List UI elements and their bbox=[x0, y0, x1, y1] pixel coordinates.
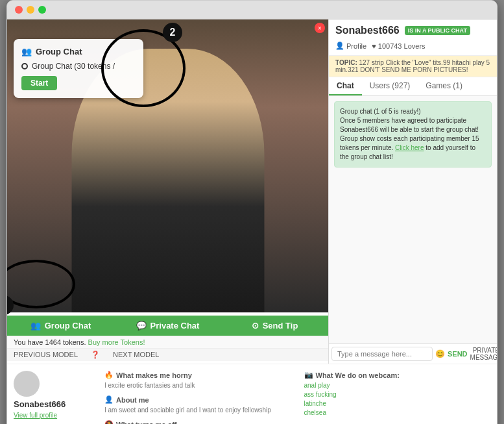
profile-link[interactable]: 👤 Profile bbox=[335, 42, 366, 50]
info-line3: Group show costs each participating memb… bbox=[340, 134, 486, 162]
browser-window: × 👥 Group Chat Group Chat (30 tokens / S… bbox=[6, 0, 498, 424]
private-chat-button[interactable]: 💬 Private Chat bbox=[114, 316, 221, 336]
about-text: I am sweet and sociable girl and I want … bbox=[104, 406, 291, 415]
heart-icon: ♥ bbox=[372, 42, 376, 50]
topic-label: TOPIC: bbox=[335, 59, 357, 66]
webcam-label: What We do on webcam: bbox=[316, 371, 400, 379]
badge-2: 2 bbox=[163, 23, 182, 42]
maximize-dot[interactable] bbox=[38, 6, 46, 14]
close-button[interactable]: × bbox=[315, 23, 325, 33]
prev-next-bar: PREVIOUS MODEL ❓ NEXT MODEL bbox=[7, 348, 328, 361]
private-message-button[interactable]: PRIVATE MESSAGE bbox=[470, 347, 498, 361]
webcam-title: 📷 What We do on webcam: bbox=[304, 371, 491, 379]
close-dot[interactable] bbox=[15, 6, 23, 14]
info-section: 🔥 What makes me horny I excite erotic fa… bbox=[104, 371, 490, 424]
group-chat-icon: 👥 bbox=[30, 321, 41, 330]
streamer-name: Sonabest666 bbox=[335, 25, 400, 36]
profile-name: Sonabest666 bbox=[14, 399, 91, 409]
webcam-icon: 📷 bbox=[304, 371, 313, 379]
topic-bar: TOPIC: 127 strip Click the "Love" tits.9… bbox=[329, 56, 497, 77]
tab-games[interactable]: Games (1) bbox=[418, 77, 470, 95]
prev-model[interactable]: PREVIOUS MODEL bbox=[14, 351, 78, 359]
video-section: × 👥 Group Chat Group Chat (30 tokens / S… bbox=[7, 19, 328, 364]
profile-label: Profile bbox=[346, 42, 366, 50]
webcam-item-1[interactable]: ass fucking bbox=[304, 390, 491, 399]
tokens-bar: You have 1464 tokens. Buy more Tokens! bbox=[7, 336, 328, 348]
profile-section: Sonabest666 View full profile Status nee… bbox=[14, 371, 91, 424]
chat-tabs: Chat Users (927) Games (1) bbox=[329, 77, 497, 96]
about-label: About me bbox=[116, 396, 149, 404]
lovers-count: ♥ 100743 Lovers bbox=[372, 42, 425, 50]
fire-icon: 🔥 bbox=[104, 371, 114, 379]
horny-col: 🔥 What makes me horny I excite erotic fa… bbox=[104, 371, 291, 424]
chat-sidebar: Sonabest666 IS IN A PUBLIC CHAT 👤 Profil… bbox=[328, 19, 497, 364]
turnoff-title: 🔕 What turns me off bbox=[104, 420, 291, 424]
view-profile-link[interactable]: View full profile bbox=[14, 412, 91, 419]
titlebar bbox=[7, 1, 497, 19]
topic-text: 127 strip Click the "Love" tits.99 hitac… bbox=[335, 59, 490, 73]
click-here-link[interactable]: Click here bbox=[395, 144, 424, 151]
profile-icon: 👤 bbox=[335, 42, 344, 50]
group-chat-button[interactable]: 👥 Group Chat bbox=[7, 316, 114, 336]
radio-dot bbox=[21, 63, 28, 69]
webcam-item-2[interactable]: latinche bbox=[304, 399, 491, 408]
send-tip-button[interactable]: ⊙ Send Tip bbox=[221, 316, 328, 336]
webcam-items: anal play ass fucking latinche chelsea bbox=[304, 381, 491, 418]
webcam-col: 📷 What We do on webcam: anal play ass fu… bbox=[304, 371, 491, 424]
horny-title: 🔥 What makes me horny bbox=[104, 371, 291, 379]
video-controls: 👥 Group Chat 💬 Private Chat ⊙ Send Tip bbox=[7, 312, 328, 364]
browser-content: × 👥 Group Chat Group Chat (30 tokens / S… bbox=[7, 19, 497, 424]
start-button[interactable]: Start bbox=[21, 76, 57, 90]
live-badge: IS IN A PUBLIC CHAT bbox=[405, 26, 470, 35]
tokens-text: You have 1464 tokens. bbox=[14, 338, 86, 346]
webcam-item-3[interactable]: chelsea bbox=[304, 408, 491, 418]
panel-title: Group Chat bbox=[36, 47, 82, 56]
turnoff-label: What turns me off bbox=[116, 421, 177, 425]
info-line2: Once 5 members have agreed to participat… bbox=[340, 116, 486, 134]
private-chat-label: Private Chat bbox=[150, 321, 200, 330]
group-chat-label: Group Chat bbox=[45, 321, 91, 330]
info-line1: Group chat (1 of 5 is ready!) bbox=[340, 107, 486, 116]
group-chat-info: Group chat (1 of 5 is ready!) Once 5 mem… bbox=[334, 101, 492, 168]
emoji-icon[interactable]: 😊 bbox=[435, 349, 445, 358]
help-icon: ❓ bbox=[91, 351, 100, 359]
streamer-header: Sonabest666 IS IN A PUBLIC CHAT 👤 Profil… bbox=[329, 19, 497, 56]
tab-users[interactable]: Users (927) bbox=[362, 77, 418, 95]
about-title: 👤 About me bbox=[104, 395, 291, 404]
chat-messages: Group chat (1 of 5 is ready!) Once 5 mem… bbox=[329, 96, 497, 343]
minimize-dot[interactable] bbox=[27, 6, 34, 14]
group-icon: 👥 bbox=[21, 47, 32, 56]
profile-avatar bbox=[14, 371, 40, 397]
webcam-item-0[interactable]: anal play bbox=[304, 381, 491, 390]
chat-input[interactable] bbox=[331, 347, 433, 361]
horny-label: What makes me horny bbox=[116, 371, 192, 379]
send-tip-label: Send Tip bbox=[263, 321, 298, 330]
tab-chat[interactable]: Chat bbox=[329, 77, 362, 95]
person-icon: 👤 bbox=[104, 395, 114, 404]
private-chat-icon: 💬 bbox=[136, 321, 147, 330]
main-layout: × 👥 Group Chat Group Chat (30 tokens / S… bbox=[7, 19, 497, 364]
chat-input-bar: 😊 SEND PRIVATE MESSAGE bbox=[329, 343, 497, 364]
send-tip-icon: ⊙ bbox=[252, 321, 259, 330]
send-button[interactable]: SEND bbox=[448, 350, 468, 358]
buy-tokens-link[interactable]: Buy more Tokens! bbox=[88, 338, 145, 346]
next-model[interactable]: NEXT MODEL bbox=[113, 351, 159, 359]
lovers-number: 100743 Lovers bbox=[378, 42, 426, 50]
bottom-info: Sonabest666 View full profile Status nee… bbox=[7, 364, 497, 424]
mute-icon: 🔕 bbox=[104, 420, 114, 424]
chat-buttons: 👥 Group Chat 💬 Private Chat ⊙ Send Tip bbox=[7, 316, 328, 336]
horny-text: I excite erotic fantasies and talk bbox=[104, 381, 291, 390]
